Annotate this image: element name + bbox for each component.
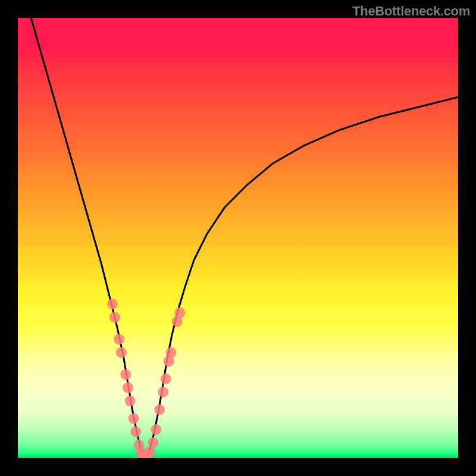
highlight-dot (130, 427, 141, 437)
highlight-dot (148, 437, 158, 448)
highlight-dot (154, 405, 165, 415)
plot-area (18, 18, 458, 458)
highlight-dot (129, 413, 139, 424)
highlight-dot (166, 347, 177, 358)
highlight-dot (158, 387, 168, 397)
highlight-dot (125, 396, 136, 406)
highlight-dots (107, 299, 185, 458)
highlight-dot (161, 374, 171, 384)
curve-layer (18, 18, 458, 458)
highlight-dot (109, 312, 120, 322)
highlight-dot (151, 424, 161, 435)
highlight-dot (123, 383, 133, 393)
highlight-dot (114, 334, 124, 345)
highlight-dot (116, 347, 127, 358)
bottleneck-curve (31, 18, 458, 456)
bottleneck-curve-path (31, 18, 458, 456)
highlight-dot (174, 308, 185, 318)
highlight-dot (145, 447, 155, 458)
highlight-dot (107, 299, 118, 309)
watermark-text: TheBottleneck.com (352, 4, 470, 19)
highlight-dot (120, 369, 131, 380)
chart-frame: TheBottleneck.com (0, 0, 476, 476)
